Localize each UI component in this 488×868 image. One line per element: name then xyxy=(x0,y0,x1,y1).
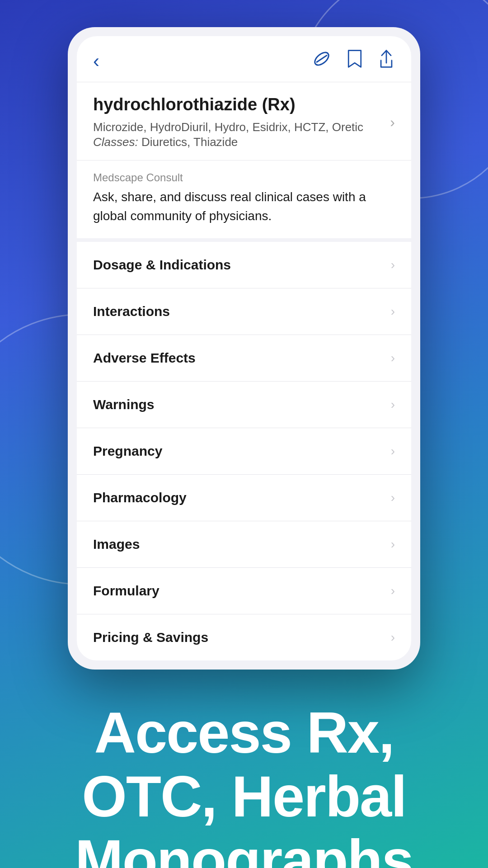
menu-item-label: Pricing & Savings xyxy=(93,630,208,645)
menu-item-chevron: › xyxy=(391,584,395,598)
top-icons-group xyxy=(312,49,395,73)
menu-item-label: Adverse Effects xyxy=(93,350,196,366)
menu-item-chevron: › xyxy=(391,397,395,412)
menu-item[interactable]: Dosage & Indications › xyxy=(77,242,411,288)
share-icon[interactable] xyxy=(378,49,395,73)
bookmark-icon[interactable] xyxy=(346,49,363,73)
menu-item-chevron: › xyxy=(391,258,395,272)
menu-item-label: Interactions xyxy=(93,304,170,319)
bottom-headline-line1: Access Rx, xyxy=(75,701,413,765)
top-nav-bar: ‹ xyxy=(77,36,411,82)
menu-item-label: Pharmacology xyxy=(93,490,187,505)
drug-header[interactable]: hydrochlorothiazide (Rx) Microzide, Hydr… xyxy=(77,82,411,160)
menu-item[interactable]: Formulary › xyxy=(77,568,411,614)
menu-list: Dosage & Indications › Interactions › Ad… xyxy=(77,242,411,660)
drug-info: hydrochlorothiazide (Rx) Microzide, Hydr… xyxy=(93,95,383,149)
phone-screen: ‹ xyxy=(77,36,411,660)
consult-label: Medscape Consult xyxy=(93,171,395,184)
menu-item[interactable]: Images › xyxy=(77,521,411,568)
menu-item[interactable]: Pricing & Savings › xyxy=(77,614,411,660)
menu-item-chevron: › xyxy=(391,444,395,458)
menu-item[interactable]: Pregnancy › xyxy=(77,428,411,475)
drug-name: hydrochlorothiazide (Rx) xyxy=(93,95,383,114)
consult-text: Ask, share, and discuss real clinical ca… xyxy=(93,188,395,226)
menu-item-label: Dosage & Indications xyxy=(93,257,231,273)
menu-item[interactable]: Warnings › xyxy=(77,382,411,428)
pill-icon[interactable] xyxy=(312,49,332,73)
menu-item-label: Pregnancy xyxy=(93,443,162,459)
bottom-text: Access Rx, OTC, Herbal Monographs xyxy=(48,701,440,868)
phone-mockup: ‹ xyxy=(68,27,420,670)
bottom-headline-line2: OTC, Herbal xyxy=(75,765,413,829)
menu-item-chevron: › xyxy=(391,537,395,552)
menu-item-chevron: › xyxy=(391,351,395,365)
menu-item-label: Formulary xyxy=(93,583,160,599)
bottom-headline-line3: Monographs xyxy=(75,829,413,868)
menu-item[interactable]: Adverse Effects › xyxy=(77,335,411,382)
drug-classes: Classes: Diuretics, Thiazide xyxy=(93,135,383,149)
menu-item[interactable]: Interactions › xyxy=(77,288,411,335)
consult-block: Medscape Consult Ask, share, and discuss… xyxy=(77,160,411,242)
menu-item-chevron: › xyxy=(391,630,395,645)
drug-header-chevron: › xyxy=(390,114,395,131)
menu-item-chevron: › xyxy=(391,304,395,319)
menu-item-label: Images xyxy=(93,537,140,552)
drug-aliases: Microzide, HydroDiuril, Hydro, Esidrix, … xyxy=(93,119,383,135)
back-button[interactable]: ‹ xyxy=(93,52,99,71)
menu-item[interactable]: Pharmacology › xyxy=(77,475,411,521)
menu-item-label: Warnings xyxy=(93,397,155,412)
menu-item-chevron: › xyxy=(391,491,395,505)
